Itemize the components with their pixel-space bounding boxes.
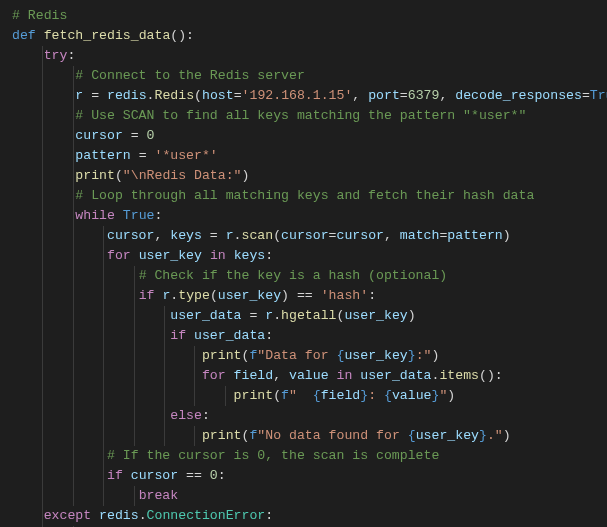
code-token: (: [210, 288, 218, 303]
indent-guide: [42, 286, 43, 306]
indent-guide: [42, 166, 43, 186]
indent-whitespace: [12, 188, 75, 203]
indent-guide: [134, 266, 135, 286]
indent-guide: [73, 346, 74, 366]
code-token: ():: [479, 368, 503, 383]
code-token: items: [439, 368, 479, 383]
code-token: if: [139, 288, 155, 303]
code-token: while: [75, 208, 115, 223]
indent-whitespace: [12, 508, 44, 523]
indent-guide: [73, 306, 74, 326]
code-line[interactable]: # Loop through all matching keys and fet…: [12, 186, 607, 206]
code-line[interactable]: except redis.ConnectionError:: [12, 506, 607, 526]
code-token: pattern: [75, 148, 130, 163]
code-token: ": [289, 388, 313, 403]
code-line[interactable]: # Check if the key is a hash (optional): [12, 266, 607, 286]
code-token: =: [83, 88, 107, 103]
code-token: True: [590, 88, 607, 103]
code-editor[interactable]: # Redisdef fetch_redis_data(): try: # Co…: [0, 0, 607, 527]
code-line[interactable]: if cursor == 0:: [12, 466, 607, 486]
code-line[interactable]: try:: [12, 46, 607, 66]
code-token: match: [400, 228, 440, 243]
code-token: ,: [273, 368, 289, 383]
indent-guide: [103, 486, 104, 506]
code-token: cursor: [281, 228, 328, 243]
code-token: ==: [178, 468, 210, 483]
code-line[interactable]: # If the cursor is 0, the scan is comple…: [12, 446, 607, 466]
code-line[interactable]: else:: [12, 406, 607, 426]
indent-guide: [73, 466, 74, 486]
code-line[interactable]: cursor = 0: [12, 126, 607, 146]
code-token: if: [107, 468, 123, 483]
code-line[interactable]: pattern = '*user*': [12, 146, 607, 166]
code-line[interactable]: while True:: [12, 206, 607, 226]
code-token: type: [178, 288, 210, 303]
code-token: field: [234, 368, 274, 383]
code-line[interactable]: r = redis.Redis(host='192.168.1.15', por…: [12, 86, 607, 106]
code-token: Redis: [154, 88, 194, 103]
code-line[interactable]: def fetch_redis_data():: [12, 26, 607, 46]
indent-guide: [103, 366, 104, 386]
indent-guide: [164, 386, 165, 406]
code-token: def: [12, 28, 36, 43]
code-line[interactable]: for field, value in user_data.items():: [12, 366, 607, 386]
code-line[interactable]: for user_key in keys:: [12, 246, 607, 266]
indent-guide: [103, 246, 104, 266]
code-line[interactable]: break: [12, 486, 607, 506]
code-token: redis: [99, 508, 139, 523]
indent-whitespace: [12, 128, 75, 143]
indent-guide: [164, 406, 165, 426]
code-line[interactable]: print(f" {field}: {value}"): [12, 386, 607, 406]
code-line[interactable]: # Redis: [12, 6, 607, 26]
code-token: cursor: [107, 228, 154, 243]
code-token: cursor: [337, 228, 384, 243]
code-token: user_data: [194, 328, 265, 343]
indent-guide: [42, 386, 43, 406]
indent-guide: [194, 346, 195, 366]
code-token: =: [400, 88, 408, 103]
indent-whitespace: [12, 68, 75, 83]
code-token: [91, 508, 99, 523]
code-line[interactable]: print(f"No data found for {user_key}."): [12, 426, 607, 446]
indent-guide: [42, 486, 43, 506]
code-token: port: [368, 88, 400, 103]
code-token: ) ==: [281, 288, 321, 303]
indent-whitespace: [12, 228, 107, 243]
indent-guide: [73, 226, 74, 246]
code-token: # Use SCAN to find all keys matching the…: [75, 108, 526, 123]
indent-guide: [42, 66, 43, 86]
code-token: '*user*': [154, 148, 217, 163]
code-token: [186, 328, 194, 343]
code-token: cursor: [75, 128, 122, 143]
code-token: print: [234, 388, 274, 403]
code-token: .: [234, 228, 242, 243]
indent-guide: [42, 506, 43, 526]
code-token: .: [139, 508, 147, 523]
code-line[interactable]: if r.type(user_key) == 'hash':: [12, 286, 607, 306]
indent-guide: [73, 166, 74, 186]
code-token: user_key: [344, 308, 407, 323]
code-line[interactable]: print("\nRedis Data:"): [12, 166, 607, 186]
indent-guide: [73, 386, 74, 406]
code-line[interactable]: cursor, keys = r.scan(cursor=cursor, mat…: [12, 226, 607, 246]
code-line[interactable]: # Use SCAN to find all keys matching the…: [12, 106, 607, 126]
indent-guide: [194, 386, 195, 406]
code-token: "\nRedis Data:": [123, 168, 242, 183]
code-token: [115, 208, 123, 223]
code-token: ): [431, 348, 439, 363]
code-line[interactable]: user_data = r.hgetall(user_key): [12, 306, 607, 326]
indent-guide: [42, 426, 43, 446]
code-token: True: [123, 208, 155, 223]
code-line[interactable]: if user_data:: [12, 326, 607, 346]
indent-guide: [42, 106, 43, 126]
code-token: }: [408, 348, 416, 363]
code-token: [131, 248, 139, 263]
indent-guide: [42, 266, 43, 286]
code-token: # Check if the key is a hash (optional): [139, 268, 448, 283]
code-token: :": [416, 348, 432, 363]
code-line[interactable]: print(f"Data for {user_key}:"): [12, 346, 607, 366]
indent-guide: [194, 426, 195, 446]
code-line[interactable]: # Connect to the Redis server: [12, 66, 607, 86]
indent-guide: [103, 466, 104, 486]
code-token: (: [273, 388, 281, 403]
